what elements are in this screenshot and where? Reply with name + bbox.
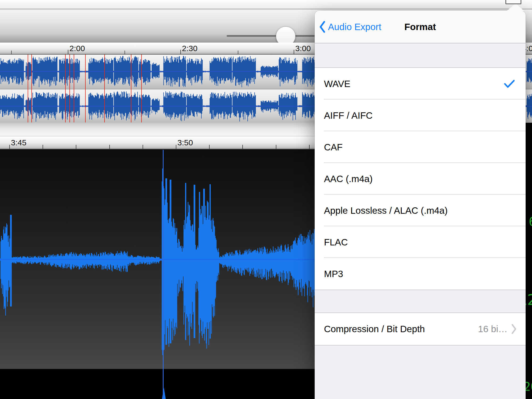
toolbar-anchor-button[interactable] bbox=[505, 0, 521, 4]
green-readout-fragment: 2 bbox=[527, 293, 532, 307]
ruler-tick bbox=[109, 145, 110, 149]
ruler-tick bbox=[9, 145, 10, 149]
ruler-major-tick bbox=[180, 50, 181, 54]
format-option-label: CAF bbox=[324, 142, 343, 153]
format-list: WAVEAIFF / AIFCCAFAAC (.m4a)Apple Lossle… bbox=[315, 67, 526, 290]
compression-value: 16 bi… bbox=[478, 324, 508, 334]
ruler-time-label: 3:45 bbox=[11, 138, 26, 147]
region-marker[interactable] bbox=[104, 55, 105, 122]
green-readout-fragment: 6 bbox=[529, 216, 532, 228]
region-marker[interactable] bbox=[69, 55, 70, 122]
format-option-label: Apple Lossless / ALAC (.m4a) bbox=[324, 205, 448, 216]
ruler-major-tick bbox=[68, 50, 68, 54]
ruler-time-label: 3:00 bbox=[295, 44, 311, 53]
format-option-label: FLAC bbox=[324, 237, 348, 248]
format-popover: Audio Export Format WAVEAIFF / AIFCCAFAA… bbox=[315, 11, 526, 399]
ruler-time-label: 2:30 bbox=[182, 44, 197, 53]
ruler-tick bbox=[143, 145, 143, 149]
region-marker[interactable] bbox=[65, 55, 66, 122]
format-option-row[interactable]: FLAC bbox=[315, 226, 526, 258]
region-marker[interactable] bbox=[31, 55, 32, 122]
compression-label: Compression / Bit Depth bbox=[324, 324, 425, 334]
ruler-tick bbox=[309, 145, 310, 149]
ruler-tick bbox=[276, 145, 276, 149]
ruler-time-label: 3:50 bbox=[177, 138, 193, 147]
popover-header: Audio Export Format bbox=[315, 11, 526, 43]
format-option-label: WAVE bbox=[324, 79, 350, 89]
format-option-label: AIFF / AIFC bbox=[324, 110, 373, 121]
ruler-tick bbox=[176, 145, 176, 149]
region-marker[interactable] bbox=[131, 55, 131, 122]
region-marker[interactable] bbox=[141, 55, 142, 122]
page-title: Format bbox=[315, 11, 526, 43]
format-option-row[interactable]: Apple Lossless / ALAC (.m4a) bbox=[315, 195, 526, 226]
ruler-tick bbox=[209, 145, 210, 149]
checkmark-icon bbox=[504, 80, 515, 88]
ruler-minor-tick bbox=[11, 51, 12, 54]
format-option-row[interactable]: MP3 bbox=[315, 258, 526, 290]
region-marker[interactable] bbox=[28, 55, 28, 122]
format-option-label: AAC (.m4a) bbox=[324, 174, 373, 184]
region-marker[interactable] bbox=[85, 55, 86, 122]
popover-arrow bbox=[507, 3, 524, 11]
playhead-cursor[interactable] bbox=[163, 150, 164, 399]
format-option-label: MP3 bbox=[324, 269, 343, 279]
region-marker[interactable] bbox=[74, 55, 74, 122]
ruler-major-tick bbox=[294, 50, 294, 54]
format-option-row[interactable]: AAC (.m4a) bbox=[315, 163, 526, 195]
format-option-row[interactable]: CAF bbox=[315, 131, 526, 163]
ruler-minor-tick bbox=[124, 51, 125, 54]
readout-side-panel bbox=[526, 123, 532, 399]
status-strip bbox=[0, 0, 532, 9]
format-option-row[interactable]: WAVE bbox=[315, 68, 526, 100]
ruler-tick bbox=[76, 145, 76, 149]
ruler-minor-tick bbox=[238, 51, 238, 54]
volume-slider-track[interactable] bbox=[227, 35, 315, 37]
chevron-right-icon bbox=[511, 324, 517, 334]
ruler-tick bbox=[43, 145, 43, 149]
audio-editor-screen: 2:002:303:003:304:00 3:453:50 61220 Audi… bbox=[0, 0, 532, 399]
popover-body: WAVEAIFF / AIFCCAFAAC (.m4a)Apple Lossle… bbox=[315, 43, 526, 399]
compression-row[interactable]: Compression / Bit Depth 16 bi… bbox=[315, 313, 526, 345]
compression-section: Compression / Bit Depth 16 bi… bbox=[315, 312, 526, 345]
format-option-row[interactable]: AIFF / AIFC bbox=[315, 100, 526, 131]
ruler-tick bbox=[242, 145, 243, 149]
ruler-time-label: 2:00 bbox=[69, 44, 85, 53]
